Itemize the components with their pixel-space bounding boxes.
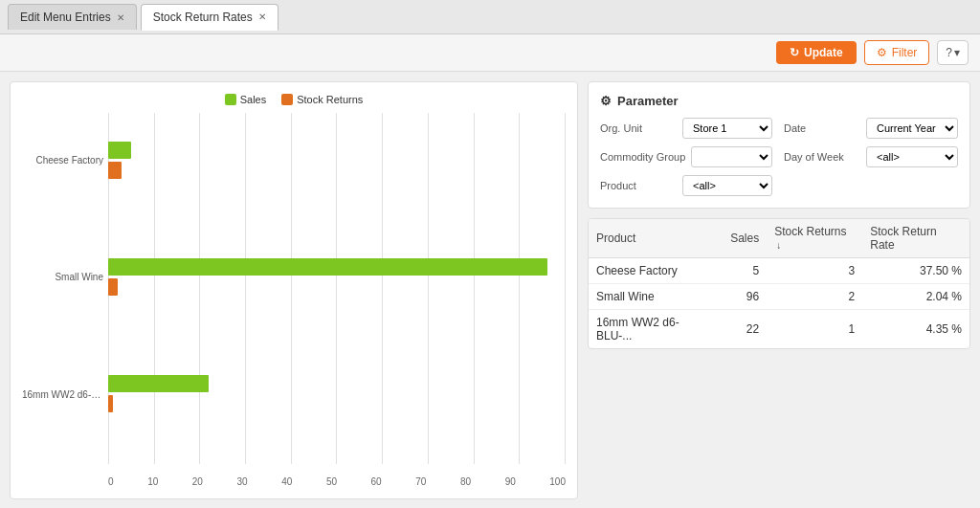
tab-stock-return-close[interactable]: ✕ (258, 11, 266, 22)
bar (108, 162, 122, 179)
tab-edit-menu-entries[interactable]: Edit Menu Entries ✕ (8, 4, 137, 30)
filter-icon: ⚙ (877, 46, 887, 59)
day-of-week-label: Day of Week (784, 151, 860, 163)
x-axis-label: 80 (460, 476, 471, 487)
x-axis-label: 0 (108, 476, 114, 487)
x-axis: 0102030405060708090100 (108, 476, 566, 487)
bar-group: Small Wine (108, 258, 566, 296)
table-row: 16mm WW2 d6- BLU-...2214.35 % (589, 310, 969, 349)
stock-returns-color-dot (281, 94, 293, 105)
table-cell-sales: 96 (723, 284, 767, 310)
right-panel: ⚙ Parameter Org. Unit Store 1 Date Curre… (588, 81, 970, 499)
x-axis-label: 70 (415, 476, 426, 487)
bar-row (108, 142, 566, 159)
col-product[interactable]: Product (589, 219, 723, 258)
commodity-group-select[interactable] (691, 146, 772, 167)
bar (108, 278, 118, 296)
tab-edit-menu-close[interactable]: ✕ (117, 12, 124, 23)
param-day-of-week: Day of Week <all> (784, 146, 958, 167)
product-select[interactable]: <all> (682, 175, 772, 196)
x-axis-label: 60 (371, 476, 382, 487)
sales-color-dot (225, 94, 236, 105)
legend-stock-returns: Stock Returns (281, 94, 363, 105)
x-axis-label: 20 (192, 476, 203, 487)
x-axis-label: 30 (237, 476, 248, 487)
x-axis-label: 50 (326, 476, 337, 487)
parameter-title: ⚙ Parameter (600, 94, 958, 108)
date-label: Date (784, 122, 860, 134)
x-axis-label: 90 (505, 476, 516, 487)
param-commodity-group: Commodity Group (600, 146, 772, 167)
table-cell-stock_returns: 1 (767, 310, 862, 349)
param-date: Date Current Year (784, 118, 958, 139)
table-cell-stock_returns: 2 (767, 284, 862, 310)
product-label: Product (600, 180, 677, 191)
toolbar: ↻ Update ⚙ Filter ? ▾ (0, 34, 980, 72)
org-unit-label: Org. Unit (600, 122, 677, 134)
bar (108, 142, 131, 159)
day-of-week-select[interactable]: <all> (866, 146, 958, 167)
bar-group: Cheese Factory (108, 142, 566, 179)
bar-row (108, 395, 566, 412)
table-cell-rate: 37.50 % (862, 258, 969, 284)
sort-icon: ↓ (776, 240, 781, 251)
update-button[interactable]: ↻ Update (776, 41, 857, 64)
chart-panel: Sales Stock Returns Cheese FactorySmall … (10, 81, 578, 499)
bar (108, 258, 547, 276)
bar-group-label: Small Wine (22, 272, 103, 282)
bar-group-label: 16mm WW2 d6- BLU-RE... (22, 388, 103, 399)
table-cell-product: Cheese Factory (589, 258, 723, 284)
tab-bar: Edit Menu Entries ✕ Stock Return Rates ✕ (0, 0, 980, 34)
param-grid: Org. Unit Store 1 Date Current Year Comm… (600, 118, 958, 196)
update-label: Update (804, 46, 843, 59)
help-button[interactable]: ? ▾ (937, 40, 969, 65)
table-cell-rate: 2.04 % (862, 284, 969, 310)
chart-legend: Sales Stock Returns (22, 94, 566, 105)
tab-stock-return-rates[interactable]: Stock Return Rates ✕ (141, 4, 278, 31)
help-icon: ? (946, 46, 952, 59)
legend-sales-label: Sales (240, 94, 267, 105)
date-select[interactable]: Current Year (866, 118, 958, 139)
update-icon: ↻ (790, 46, 799, 59)
chevron-down-icon: ▾ (954, 46, 960, 59)
table-cell-rate: 4.35 % (862, 310, 969, 349)
bar-group: 16mm WW2 d6- BLU-RE... (108, 375, 566, 412)
col-sales[interactable]: Sales (723, 219, 767, 258)
org-unit-select[interactable]: Store 1 (682, 118, 772, 139)
filter-button[interactable]: ⚙ Filter (864, 40, 930, 65)
bar-row (108, 278, 566, 296)
tab-stock-return-label: Stock Return Rates (153, 11, 253, 24)
table-cell-product: Small Wine (589, 284, 723, 310)
bar-row (108, 162, 566, 179)
chart-area: Cheese FactorySmall Wine16mm WW2 d6- BLU… (22, 113, 566, 487)
x-axis-label: 40 (281, 476, 292, 487)
param-org-unit: Org. Unit Store 1 (600, 118, 772, 139)
legend-stock-returns-label: Stock Returns (297, 94, 363, 105)
bar-group-label: Cheese Factory (22, 155, 103, 166)
param-icon: ⚙ (600, 94, 612, 108)
tab-edit-menu-label: Edit Menu Entries (20, 11, 111, 24)
commodity-group-label: Commodity Group (600, 151, 685, 163)
table-row: Small Wine9622.04 % (589, 284, 969, 310)
main-content: Sales Stock Returns Cheese FactorySmall … (0, 72, 980, 508)
data-table: Product Sales Stock Returns ↓ Stock Retu… (589, 219, 969, 348)
table-cell-stock_returns: 3 (767, 258, 862, 284)
x-axis-label: 10 (147, 476, 158, 487)
parameter-panel: ⚙ Parameter Org. Unit Store 1 Date Curre… (588, 81, 970, 209)
bar (108, 395, 113, 412)
legend-sales: Sales (225, 94, 267, 105)
param-product: Product <all> (600, 175, 772, 196)
col-stock-returns[interactable]: Stock Returns ↓ (767, 219, 862, 258)
x-axis-label: 100 (549, 476, 566, 487)
filter-label: Filter (892, 46, 918, 59)
table-cell-product: 16mm WW2 d6- BLU-... (589, 310, 723, 349)
col-rate[interactable]: Stock Return Rate (862, 219, 969, 258)
table-row: Cheese Factory5337.50 % (589, 258, 969, 284)
bar-row (108, 258, 566, 276)
bar-row (108, 375, 566, 392)
table-cell-sales: 22 (723, 310, 767, 349)
bar (108, 375, 209, 392)
table-panel: Product Sales Stock Returns ↓ Stock Retu… (588, 218, 970, 349)
table-cell-sales: 5 (723, 258, 767, 284)
